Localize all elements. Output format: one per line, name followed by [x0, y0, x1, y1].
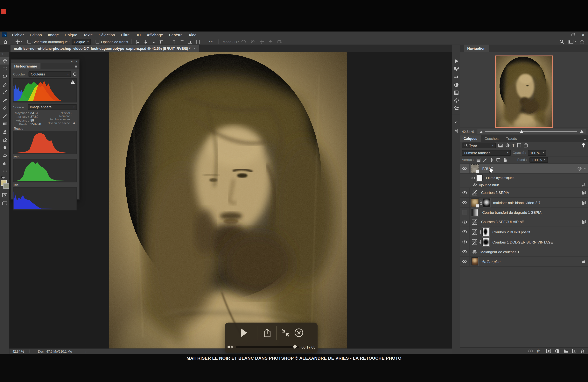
window-minimize-button[interactable]: –: [558, 32, 567, 37]
fill-field[interactable]: 100 %▾: [529, 157, 547, 163]
volume-icon[interactable]: [227, 345, 233, 349]
layer-name[interactable]: maitriser-noir-blanc_video-2-7: [493, 201, 540, 205]
background-color-swatch[interactable]: [3, 183, 9, 189]
layer-mask-thumbnail[interactable]: [483, 198, 490, 207]
quick-mask-icon[interactable]: [0, 191, 9, 199]
tools-collapse-icon[interactable]: »: [0, 52, 9, 57]
progress-bar[interactable]: [236, 346, 299, 348]
visibility-toggle[interactable]: [460, 198, 469, 207]
tab-couches[interactable]: Couches: [481, 137, 502, 141]
filter-toggle-pin[interactable]: [582, 143, 585, 148]
visibility-toggle[interactable]: [469, 174, 476, 182]
new-layer-icon[interactable]: [572, 349, 576, 353]
menu-filtre[interactable]: Filtre: [118, 32, 133, 37]
lock-position-icon[interactable]: [489, 158, 493, 162]
channel-mixer-icon[interactable]: [472, 249, 477, 254]
histogram-refresh-icon[interactable]: [73, 72, 77, 76]
clone-stamp-tool[interactable]: [0, 127, 9, 136]
more-tools-icon[interactable]: [0, 167, 9, 175]
navigator-tab[interactable]: Navigation: [464, 44, 489, 52]
auto-select-dropdown[interactable]: Calque▾: [72, 39, 91, 44]
histogram-warning-icon[interactable]: [71, 80, 75, 84]
menu-image[interactable]: Image: [45, 32, 62, 37]
more-options-button[interactable]: •••: [207, 40, 216, 43]
layer-row-courbes2-burn[interactable]: Courbes 2 BURN positif: [460, 227, 588, 237]
blur-tool[interactable]: [0, 143, 9, 151]
visibility-toggle[interactable]: [460, 247, 469, 256]
filter-adjustment-icon[interactable]: [505, 143, 510, 148]
healing-brush-tool[interactable]: [0, 104, 9, 112]
filter-text-icon[interactable]: T: [512, 143, 514, 148]
progress-thumb[interactable]: [293, 344, 297, 349]
character-panel-icon[interactable]: A|: [455, 128, 458, 133]
distribute-center-icon[interactable]: [178, 40, 186, 43]
mask-link-icon[interactable]: [480, 200, 483, 205]
libraries-panel-icon[interactable]: [454, 106, 459, 111]
clipped-badge-icon[interactable]: [582, 201, 586, 205]
auto-select-checkbox[interactable]: [27, 40, 31, 43]
layer-row-arriere-plan[interactable]: Arrière-plan: [460, 256, 588, 267]
tab-traces[interactable]: Tracés: [502, 137, 521, 141]
navigator-proxy-view[interactable]: [495, 55, 553, 128]
align-center-icon[interactable]: [142, 40, 150, 43]
color-panel-icon[interactable]: [454, 98, 459, 103]
layer-row-bruit[interactable]: BRUIT: [460, 164, 588, 174]
zoom-in-icon[interactable]: [579, 130, 584, 133]
status-chevron-icon[interactable]: ›: [78, 350, 94, 353]
clipped-badge-icon[interactable]: [582, 191, 586, 195]
layer-row-melangeur[interactable]: Mélangeur de couches 1: [460, 247, 588, 256]
visibility-toggle[interactable]: [460, 188, 469, 197]
layer-mask-thumbnail[interactable]: [482, 238, 489, 246]
lock-transparency-icon[interactable]: [476, 158, 480, 162]
menu-fichier[interactable]: Fichier: [9, 32, 27, 37]
menu-texte[interactable]: Texte: [80, 32, 96, 37]
window-restore-button[interactable]: [567, 33, 578, 36]
marquee-tool[interactable]: [0, 64, 9, 72]
panel-close-icon[interactable]: ×: [75, 60, 77, 63]
layer-row-courbes3-sepia[interactable]: Courbes 3 SEPIA: [460, 188, 588, 198]
layer-row-courbe-transfert[interactable]: Courbe transfert de dégradé 1 SEPIA: [460, 208, 588, 217]
curves-adjustment-icon[interactable]: [472, 190, 477, 195]
layers-menu-icon[interactable]: ≡: [584, 136, 588, 141]
search-icon[interactable]: [557, 39, 567, 44]
menu-edition[interactable]: Edition: [27, 32, 45, 37]
canvas-area[interactable]: « × Histogramme ≡ Couche : Couleurs▾: [9, 52, 452, 354]
lock-artboard-icon[interactable]: [496, 158, 501, 162]
layer-name[interactable]: Arrière-plan: [482, 259, 501, 264]
layer-mask-thumbnail[interactable]: [482, 228, 489, 236]
distribute-bottom-icon[interactable]: [186, 40, 194, 43]
shrink-button[interactable]: [281, 328, 290, 337]
status-zoom-field[interactable]: 42,54 %: [9, 350, 27, 353]
new-adjustment-icon[interactable]: [555, 349, 559, 353]
visibility-toggle[interactable]: [473, 183, 477, 186]
visibility-toggle[interactable]: [460, 164, 469, 173]
layer-row-filtres-dynamiques[interactable]: Filtres dynamiques: [460, 174, 588, 182]
align-right-icon[interactable]: [150, 40, 158, 43]
layer-style-fx-icon[interactable]: [537, 349, 542, 353]
layer-name[interactable]: Courbes 2 BURN positif: [492, 230, 530, 234]
filter-blend-options-icon[interactable]: [581, 183, 586, 187]
color-swatches[interactable]: [0, 176, 9, 191]
visibility-toggle[interactable]: [460, 256, 469, 266]
visibility-toggle[interactable]: [460, 217, 469, 227]
background-thumbnail[interactable]: [471, 257, 478, 265]
share-icon[interactable]: [578, 39, 588, 44]
layer-row-courbes1-dodger[interactable]: Courbes 1 DODGER BURN VINTAGE: [460, 237, 588, 247]
move-tool-preset-icon[interactable]: ▾: [15, 39, 22, 44]
delete-layer-icon[interactable]: [580, 349, 584, 353]
filter-type-dropdown[interactable]: Type ▾: [462, 143, 496, 148]
gradient-tool[interactable]: [0, 120, 9, 127]
gradient-map-thumbnail[interactable]: [471, 209, 479, 216]
tab-calques[interactable]: Calques: [460, 135, 481, 142]
object-selection-tool[interactable]: [0, 80, 9, 88]
visibility-toggle[interactable]: [460, 237, 469, 247]
layer-name[interactable]: Courbes 1 DODGER BURN VINTAGE: [492, 240, 553, 244]
filter-name[interactable]: Ajout de bruit: [479, 183, 499, 187]
close-player-button[interactable]: [294, 328, 303, 337]
clipped-badge-icon[interactable]: [582, 220, 586, 224]
window-close-button[interactable]: ×: [578, 32, 588, 37]
home-icon[interactable]: [3, 40, 7, 43]
zoom-slider-thumb[interactable]: [520, 130, 524, 133]
new-group-icon[interactable]: [564, 349, 568, 353]
eyedropper-tool[interactable]: [0, 96, 9, 104]
